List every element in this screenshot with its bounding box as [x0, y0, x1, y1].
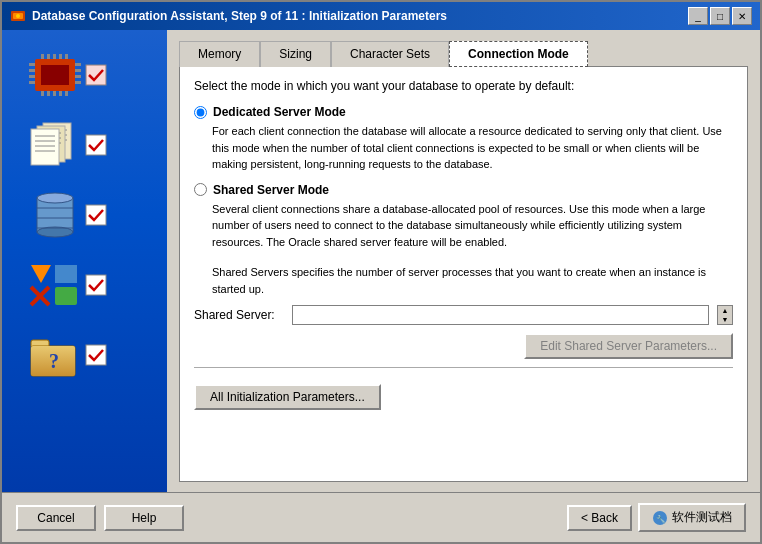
close-button[interactable]: ✕: [732, 7, 752, 25]
edit-shared-server-button[interactable]: Edit Shared Server Parameters...: [524, 333, 733, 359]
spinner-up[interactable]: ▲: [718, 306, 732, 315]
svg-rect-18: [41, 91, 44, 96]
svg-rect-12: [75, 81, 81, 84]
shared-server-input[interactable]: [292, 305, 709, 325]
check-badge-2: [85, 134, 107, 156]
next-label: 软件测试档: [672, 509, 732, 526]
icon-item-barrel: [25, 190, 145, 240]
svg-point-2: [16, 14, 20, 18]
dedicated-title: Dedicated Server Mode: [213, 105, 346, 119]
bottom-bar: Cancel Help < Back 🔧 软件测试档: [2, 492, 760, 542]
documents-icon: [25, 120, 85, 170]
shared-server-section: Shared Servers specifies the number of s…: [194, 260, 733, 325]
help-button[interactable]: Help: [104, 505, 184, 531]
tabs-container: Memory Sizing Character Sets Connection …: [179, 40, 748, 66]
svg-rect-10: [75, 69, 81, 72]
init-params-row: All Initialization Parameters...: [194, 367, 733, 410]
dedicated-server-option: Dedicated Server Mode For each client co…: [194, 105, 733, 173]
panel-description: Select the mode in which you want your d…: [194, 79, 733, 93]
svg-rect-47: [55, 265, 77, 283]
shared-title: Shared Server Mode: [213, 183, 329, 197]
svg-rect-7: [29, 75, 35, 78]
svg-rect-4: [41, 65, 69, 85]
minimize-button[interactable]: _: [688, 7, 708, 25]
check-badge-4: [85, 274, 107, 296]
svg-rect-6: [29, 69, 35, 72]
dedicated-description: For each client connection the database …: [212, 123, 733, 173]
back-button[interactable]: < Back: [567, 505, 632, 531]
svg-rect-14: [47, 54, 50, 59]
window-icon: [10, 8, 26, 24]
svg-rect-11: [75, 75, 81, 78]
icon-item-folder: ?: [25, 330, 145, 380]
barrel-icon: [25, 190, 85, 240]
svg-rect-9: [75, 63, 81, 66]
folder-icon: ?: [25, 330, 85, 380]
dedicated-radio[interactable]: [194, 106, 207, 119]
spinner-control[interactable]: ▲ ▼: [717, 305, 733, 325]
dedicated-label-row: Dedicated Server Mode: [194, 105, 733, 119]
svg-text:?: ?: [49, 350, 59, 372]
svg-text:🔧: 🔧: [656, 514, 666, 524]
bottom-right-buttons: < Back 🔧 软件测试档: [567, 503, 746, 532]
svg-rect-16: [59, 54, 62, 59]
window-content: ? Me: [2, 30, 760, 492]
check-badge-1: [85, 64, 107, 86]
shared-server-option: Shared Server Mode Several client connec…: [194, 183, 733, 326]
cancel-button[interactable]: Cancel: [16, 505, 96, 531]
svg-rect-17: [65, 54, 68, 59]
svg-rect-20: [53, 91, 56, 96]
svg-rect-19: [47, 91, 50, 96]
bottom-left-buttons: Cancel Help: [16, 505, 184, 531]
shared-extra-desc: Shared Servers specifies the number of s…: [212, 264, 733, 297]
tab-connection-mode[interactable]: Connection Mode: [449, 41, 588, 67]
svg-rect-22: [65, 91, 68, 96]
left-panel: ?: [2, 30, 167, 492]
shared-label-row: Shared Server Mode: [194, 183, 733, 197]
tab-character-sets[interactable]: Character Sets: [331, 41, 449, 67]
title-bar: Database Configuration Assistant, Step 9…: [2, 2, 760, 30]
svg-rect-33: [31, 129, 59, 165]
right-panel: Memory Sizing Character Sets Connection …: [167, 30, 760, 492]
main-window: Database Configuration Assistant, Step 9…: [0, 0, 762, 544]
edit-btn-row: Edit Shared Server Parameters...: [194, 333, 733, 359]
tab-memory[interactable]: Memory: [179, 41, 260, 67]
panel-content: Select the mode in which you want your d…: [179, 66, 748, 482]
svg-rect-15: [53, 54, 56, 59]
svg-point-40: [37, 193, 73, 203]
all-init-params-button[interactable]: All Initialization Parameters...: [194, 384, 381, 410]
check-badge-3: [85, 204, 107, 226]
tab-sizing[interactable]: Sizing: [260, 41, 331, 67]
window-title: Database Configuration Assistant, Step 9…: [32, 9, 688, 23]
next-icon: 🔧: [652, 510, 668, 526]
svg-rect-21: [59, 91, 62, 96]
chip-icon: [25, 50, 85, 100]
svg-rect-8: [29, 81, 35, 84]
check-badge-5: [85, 344, 107, 366]
shared-server-label: Shared Server:: [194, 308, 284, 322]
icon-item-shapes: [25, 260, 145, 310]
shared-radio[interactable]: [194, 183, 207, 196]
svg-rect-50: [55, 287, 77, 305]
svg-marker-46: [31, 265, 51, 283]
shared-server-row: Shared Server: ▲ ▼: [194, 305, 733, 325]
next-button[interactable]: 🔧 软件测试档: [638, 503, 746, 532]
shapes-icon: [25, 260, 85, 310]
spinner-down[interactable]: ▼: [718, 315, 732, 324]
title-bar-buttons: _ □ ✕: [688, 7, 752, 25]
radio-group: Dedicated Server Mode For each client co…: [194, 105, 733, 325]
icon-item-docs: [25, 120, 145, 170]
maximize-button[interactable]: □: [710, 7, 730, 25]
svg-rect-13: [41, 54, 44, 59]
svg-rect-5: [29, 63, 35, 66]
shared-description: Several client connections share a datab…: [212, 201, 733, 251]
icon-item-chip: [25, 50, 145, 100]
